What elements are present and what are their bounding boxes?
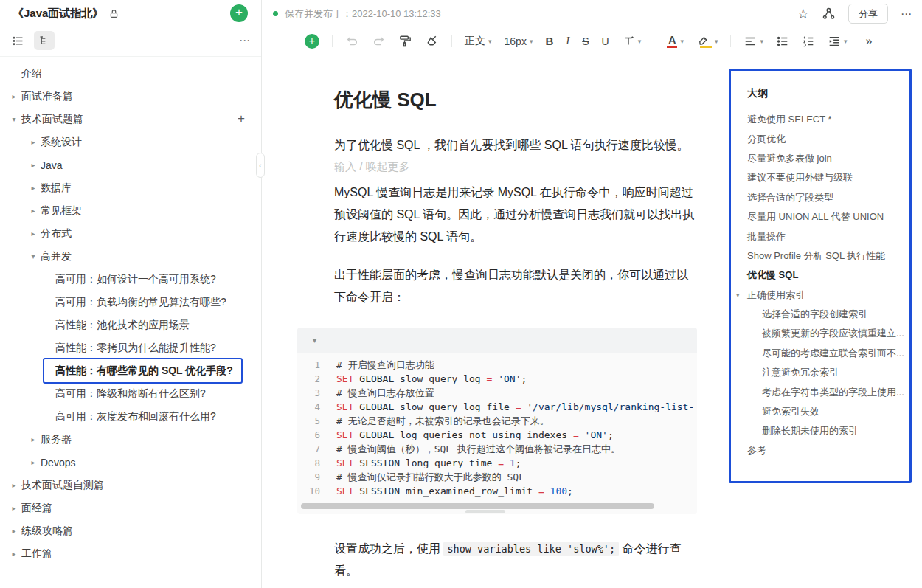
- paragraph[interactable]: 为了优化慢 SQL ，我们首先要找到哪些 SQL 语句执行速度比较慢。: [334, 134, 697, 156]
- outline-item[interactable]: 考虑在字符串类型的字段上使用...: [731, 382, 909, 401]
- outline-item[interactable]: 批量操作: [731, 226, 909, 246]
- code-text: SET SESSION min_examined_row_limit = 100…: [336, 485, 573, 497]
- outline-item[interactable]: 注意避免冗余索引: [731, 363, 909, 382]
- chevron-right-icon[interactable]: ▸: [26, 229, 41, 238]
- format-painter-icon[interactable]: [398, 34, 412, 48]
- bullet-list-button[interactable]: [776, 35, 789, 48]
- code-line: 9# 慢查询仅记录扫描行数大于此参数的 SQL: [297, 470, 697, 484]
- sidebar-item-label: 常见框架: [41, 204, 82, 218]
- outline-item[interactable]: 尽量避免多表做 join: [731, 149, 909, 168]
- sidebar-item[interactable]: ▸Java: [0, 153, 261, 176]
- sidebar-item[interactable]: 高可用：降级和熔断有什么区别?: [0, 382, 261, 405]
- outline-item[interactable]: 选择合适的字段创建索引: [731, 305, 909, 324]
- undo-icon[interactable]: [345, 34, 359, 48]
- code-line: 8SET SESSION long_query_time = 1;: [297, 456, 697, 470]
- clear-format-icon[interactable]: [425, 34, 439, 48]
- chevron-right-icon[interactable]: ▸: [7, 481, 21, 489]
- strikethrough-button[interactable]: S: [582, 35, 589, 47]
- sidebar-item[interactable]: ▸练级攻略篇: [0, 519, 261, 542]
- toc-list-icon[interactable]: [7, 31, 28, 50]
- code-text: # 无论是否超时，未被索引的记录也会记录下来。: [336, 415, 550, 428]
- paragraph[interactable]: 出于性能层面的考虑，慢查询日志功能默认是关闭的，你可以通过以下命令开启：: [334, 264, 697, 308]
- editor-canvas[interactable]: ⠿ 优化慢 SQL 为了优化慢 SQL ，我们首先要找到哪些 SQL 语句执行速…: [263, 56, 727, 588]
- italic-button[interactable]: I: [566, 35, 569, 47]
- paragraph-style-select[interactable]: 正文 ▾: [465, 35, 492, 48]
- sidebar-collapse-handle[interactable]: ‹: [256, 153, 265, 178]
- sidebar-item[interactable]: 高性能：池化技术的应用场景: [0, 314, 261, 336]
- highlight-color-select[interactable]: ▾: [696, 34, 718, 48]
- resize-handle[interactable]: [465, 510, 505, 513]
- collaborate-icon[interactable]: [822, 7, 836, 21]
- sidebar-item[interactable]: 高可用：灰度发布和回滚有什么用?: [0, 405, 261, 428]
- chevron-right-icon[interactable]: ▸: [26, 161, 41, 169]
- topbar-more-icon[interactable]: ⋯: [901, 7, 912, 21]
- outline-item[interactable]: 建议不要使用外键与级联: [731, 168, 909, 187]
- chevron-right-icon[interactable]: ▸: [7, 527, 21, 535]
- sidebar-item[interactable]: ▾技术面试题篇+: [0, 108, 261, 131]
- sidebar-item[interactable]: 介绍: [0, 62, 261, 85]
- chevron-down-icon[interactable]: ▾: [7, 115, 21, 123]
- paragraph[interactable]: MySQL 慢查询日志是用来记录 MySQL 在执行命令中，响应时间超过预设阈值…: [334, 181, 697, 248]
- sidebar-more-icon[interactable]: ⋯: [239, 34, 251, 47]
- chevron-right-icon[interactable]: ▸: [26, 184, 41, 192]
- chevron-right-icon[interactable]: ▸: [7, 92, 21, 100]
- outline-item[interactable]: 分页优化: [731, 129, 909, 148]
- code-block-sql[interactable]: ▾ 1# 开启慢查询日志功能2SET GLOBAL slow_query_log…: [297, 328, 697, 514]
- chevron-down-icon[interactable]: ▾: [26, 252, 41, 260]
- text-spacing-select[interactable]: ▾: [622, 35, 642, 48]
- outline-item[interactable]: 删除长期未使用的索引: [731, 421, 909, 440]
- sidebar-item[interactable]: ▸常见框架: [0, 199, 261, 222]
- outline-item[interactable]: 优化慢 SQL: [731, 266, 909, 285]
- sidebar-item[interactable]: ▸面试准备篇: [0, 85, 261, 108]
- bold-button[interactable]: B: [545, 35, 553, 47]
- outline-item[interactable]: 被频繁更新的字段应该慎重建立...: [731, 324, 909, 343]
- insert-block-button[interactable]: +: [305, 34, 319, 49]
- chevron-down-icon[interactable]: ▾: [736, 291, 747, 299]
- sidebar-item[interactable]: ▾高并发: [0, 245, 261, 268]
- outline-item[interactable]: 选择合适的字段类型: [731, 188, 909, 207]
- sidebar-item[interactable]: 高性能：有哪些常见的 SQL 优化手段?: [43, 358, 243, 384]
- redo-icon[interactable]: [372, 34, 386, 48]
- sidebar-item[interactable]: 高可用：如何设计一个高可用系统?: [0, 268, 261, 291]
- outline-item-label: 选择合适的字段类型: [747, 191, 833, 204]
- sidebar-item[interactable]: ▸技术面试题自测篇: [0, 474, 261, 497]
- doc-title[interactable]: 优化慢 SQL: [334, 87, 697, 112]
- align-select[interactable]: ▾: [744, 35, 763, 48]
- chevron-right-icon[interactable]: ▸: [7, 550, 21, 558]
- share-button[interactable]: 分享: [848, 4, 888, 24]
- sidebar-item[interactable]: ▸服务器: [0, 428, 261, 451]
- tree-view-icon[interactable]: [34, 31, 55, 50]
- chevron-right-icon[interactable]: ▸: [26, 138, 41, 146]
- chevron-right-icon[interactable]: ▸: [26, 435, 41, 443]
- sidebar-item[interactable]: ▸数据库: [0, 176, 261, 199]
- toolbar-more-icon[interactable]: »: [866, 35, 873, 48]
- sidebar-item[interactable]: ▸Devops: [0, 451, 261, 474]
- font-color-select[interactable]: A ▾: [667, 35, 684, 48]
- sidebar-item[interactable]: ▸分布式: [0, 222, 261, 245]
- sidebar-item[interactable]: 高性能：零拷贝为什么能提升性能?: [0, 336, 261, 359]
- outline-item[interactable]: 避免使用 SELECT *: [731, 110, 909, 129]
- underline-button[interactable]: U: [602, 35, 609, 47]
- ordered-list-button[interactable]: [802, 35, 815, 48]
- new-doc-button[interactable]: +: [230, 4, 248, 22]
- outline-item[interactable]: 尽可能的考虑建立联合索引而不...: [731, 344, 909, 363]
- horizontal-scrollbar-thumb[interactable]: [301, 503, 654, 509]
- add-child-doc-icon[interactable]: +: [238, 111, 245, 126]
- sidebar-item[interactable]: ▸面经篇: [0, 497, 261, 519]
- chevron-right-icon[interactable]: ▸: [26, 207, 41, 215]
- sidebar-item[interactable]: ▸系统设计: [0, 131, 261, 153]
- font-size-select[interactable]: 16px ▾: [505, 35, 533, 47]
- outline-item[interactable]: Show Profile 分析 SQL 执行性能: [731, 246, 909, 266]
- caret-down-icon[interactable]: ▾: [313, 336, 316, 345]
- sidebar-item[interactable]: 高可用：负载均衡的常见算法有哪些?: [0, 291, 261, 314]
- outline-item[interactable]: 避免索引失效: [731, 402, 909, 421]
- star-icon[interactable]: ☆: [797, 6, 809, 22]
- outline-item[interactable]: 参考: [731, 441, 909, 460]
- paragraph[interactable]: 设置成功之后，使用 show variables like 'slow%'; 命…: [334, 538, 697, 582]
- outline-item[interactable]: 尽量用 UNION ALL 代替 UNION: [731, 207, 909, 226]
- indent-select[interactable]: ▾: [828, 35, 848, 48]
- chevron-right-icon[interactable]: ▸: [26, 458, 41, 466]
- outline-item[interactable]: ▾正确使用索引: [731, 286, 909, 305]
- chevron-right-icon[interactable]: ▸: [7, 504, 21, 512]
- sidebar-item[interactable]: ▸工作篇: [0, 542, 261, 565]
